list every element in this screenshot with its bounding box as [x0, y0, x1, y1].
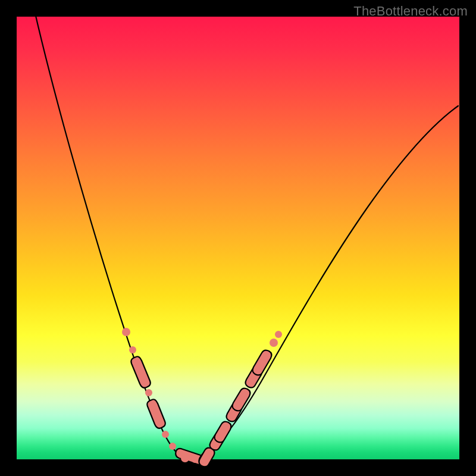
curve-left [35, 11, 185, 458]
bead-overlay [122, 328, 282, 466]
svg-point-11 [270, 339, 278, 347]
svg-point-6 [191, 455, 199, 463]
chart-frame: TheBottleneck.com [0, 0, 476, 476]
svg-point-5 [181, 454, 189, 462]
svg-point-0 [122, 328, 130, 336]
svg-point-12 [275, 331, 282, 338]
svg-point-4 [169, 443, 176, 450]
curve-svg [17, 17, 459, 459]
plot-area [17, 17, 459, 459]
svg-point-1 [129, 346, 136, 353]
svg-point-2 [145, 389, 152, 396]
svg-point-3 [162, 431, 169, 438]
